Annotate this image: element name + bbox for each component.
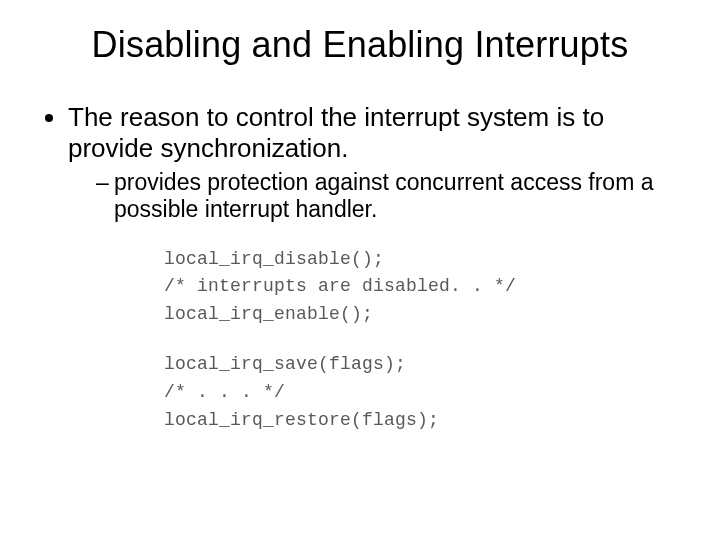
code-line: local_irq_restore(flags); (164, 407, 680, 435)
slide: Disabling and Enabling Interrupts The re… (0, 0, 720, 540)
code-block: local_irq_disable(); /* interrupts are d… (164, 246, 680, 435)
sub-list: provides protection against concurrent a… (68, 169, 680, 223)
bullet-sub-text: provides protection against concurrent a… (114, 169, 654, 222)
code-line: /* . . . */ (164, 379, 680, 407)
code-line: local_irq_enable(); (164, 301, 680, 329)
code-line: /* interrupts are disabled. . */ (164, 273, 680, 301)
bullet-main: The reason to control the interrupt syst… (68, 102, 680, 224)
code-line: local_irq_disable(); (164, 246, 680, 274)
bullet-sub: provides protection against concurrent a… (96, 169, 680, 223)
bullet-list: The reason to control the interrupt syst… (40, 102, 680, 224)
bullet-main-text: The reason to control the interrupt syst… (68, 102, 604, 163)
slide-title: Disabling and Enabling Interrupts (40, 24, 680, 66)
code-line: local_irq_save(flags); (164, 351, 680, 379)
